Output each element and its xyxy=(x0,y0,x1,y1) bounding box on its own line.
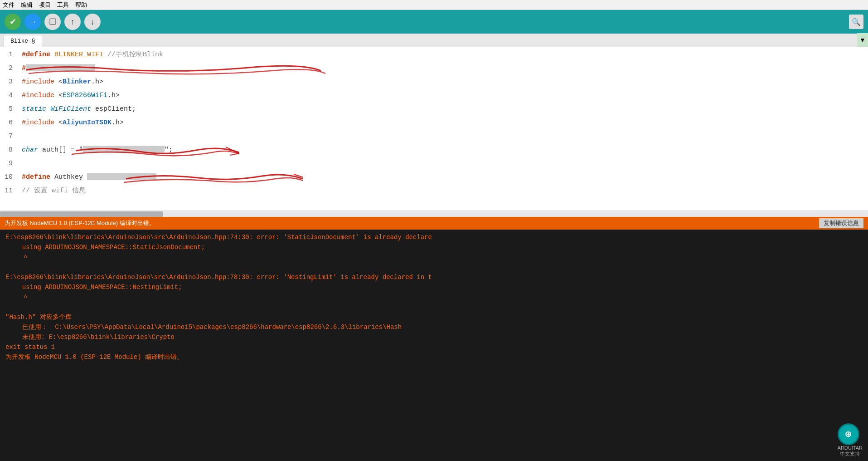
code-content: #define BLINKER_WIFI //手机控制Blink #██████… xyxy=(18,47,868,199)
arduino-logo-icon: ⊕ xyxy=(838,423,859,445)
menu-bar: 文件 编辑 项目 工具 帮助 xyxy=(0,0,868,10)
menu-edit[interactable]: 编辑 xyxy=(21,1,33,9)
console-line-12: 为开发板 NodeMCU 1.0 (ESP-12E Module) 编译时出错。 xyxy=(5,352,863,362)
editor-scrollbar-thumb[interactable] xyxy=(0,211,163,217)
console-line-9: 已使用： C:\Users\PSY\AppData\Local\Arduino1… xyxy=(5,322,863,332)
console-line-10: 未使用: E:\esp8266\biink\libraries\Crypto xyxy=(5,332,863,342)
bottom-section: 为开发板 NodeMCU 1.0 (ESP-12E Module) 编译时出错。… xyxy=(0,217,868,461)
code-line-6: #include <AliyunIoTSDK.h> xyxy=(22,116,864,130)
code-line-2: #█████████████████ xyxy=(22,62,864,75)
main-content: 1 2 3 4 5 6 7 8 9 10 11 #define BLINKER_… xyxy=(0,47,868,461)
search-button[interactable]: 🔍 xyxy=(849,15,863,29)
new-button[interactable]: ☐ xyxy=(44,14,61,30)
status-message: 为开发板 NodeMCU 1.0 (ESP-12E Module) 编译时出错。 xyxy=(5,219,155,227)
open-button[interactable]: ↑ xyxy=(64,14,81,30)
console-line-4: E:\esp8266\biink\libraries\ArduinoJson\s… xyxy=(5,272,863,282)
console-output: E:\esp8266\biink\libraries\ArduinoJson\s… xyxy=(0,230,868,461)
code-editor[interactable]: 1 2 3 4 5 6 7 8 9 10 11 #define BLINKER_… xyxy=(0,47,868,211)
toolbar-right: 🔍 xyxy=(849,15,863,29)
arduino-logo: ⊕ ARDUITAR中文支持 xyxy=(838,423,863,457)
arduino-logo-text: ARDUITAR中文支持 xyxy=(838,445,863,457)
verify-button[interactable]: ✔ xyxy=(5,14,21,30)
code-line-7 xyxy=(22,130,864,143)
code-line-5: static WiFiClient espClient; xyxy=(22,103,864,116)
console-line-5: using ARDUINOJSON_NAMESPACE::NestingLimi… xyxy=(5,282,863,292)
editor-scrollbar[interactable] xyxy=(0,211,868,217)
menu-project[interactable]: 项目 xyxy=(39,1,51,9)
menu-help[interactable]: 帮助 xyxy=(75,1,87,9)
menu-file[interactable]: 文件 xyxy=(3,1,15,9)
tab-dropdown-button[interactable]: ▼ xyxy=(857,33,868,47)
tab-blike[interactable]: Blike § xyxy=(4,35,42,47)
console-line-6: ^ xyxy=(5,292,863,302)
tab-bar: Blike § ▼ xyxy=(0,34,868,47)
toolbar: ✔ → ☐ ↑ ↓ 🔍 xyxy=(0,10,868,34)
console-line-3 xyxy=(5,262,863,272)
code-line-4: #include <ESP8266WiFi.h> xyxy=(22,89,864,103)
status-bar: 为开发板 NodeMCU 1.0 (ESP-12E Module) 编译时出错。… xyxy=(0,217,868,230)
console-line-11: exit status 1 xyxy=(5,342,863,352)
code-line-1: #define BLINKER_WIFI //手机控制Blink xyxy=(22,48,864,62)
console-line-0: E:\esp8266\biink\libraries\ArduinoJson\s… xyxy=(5,232,863,242)
copy-error-button[interactable]: 复制错误信息 xyxy=(819,218,863,228)
save-button[interactable]: ↓ xyxy=(84,14,101,30)
code-line-11: // 设置 wifi 信息 xyxy=(22,184,864,198)
console-line-7 xyxy=(5,302,863,312)
menu-tools[interactable]: 工具 xyxy=(57,1,69,9)
code-line-3: #include <Blinker.h> xyxy=(22,75,864,89)
console-line-1: using ARDUINOJSON_NAMESPACE::StaticJsonD… xyxy=(5,242,863,252)
console-line-2: ^ xyxy=(5,252,863,262)
code-line-10: #define Authkey █████████████████ xyxy=(22,171,864,184)
code-line-8: char auth[] = "████████████████████"; xyxy=(22,143,864,157)
line-numbers: 1 2 3 4 5 6 7 8 9 10 11 xyxy=(0,47,16,198)
console-line-8: "Hash.h" 对应多个库 xyxy=(5,312,863,322)
code-line-9 xyxy=(22,157,864,171)
upload-button[interactable]: → xyxy=(24,14,41,30)
